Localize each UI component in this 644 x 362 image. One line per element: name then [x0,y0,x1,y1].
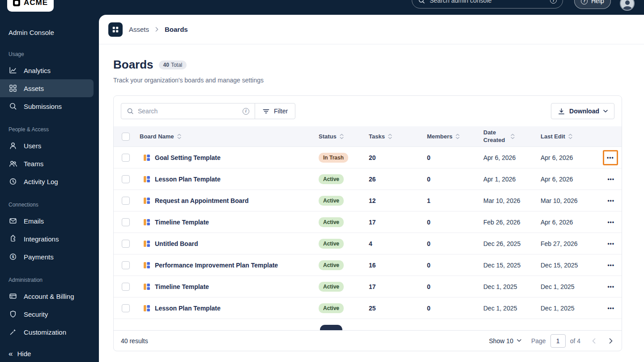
next-page-button[interactable] [607,336,614,345]
partial-table-row [114,319,622,330]
sidebar-item-label: Assets [24,85,44,92]
sort-icon[interactable] [340,134,344,139]
last-edit-date: Apr 6, 2026 [541,176,573,183]
sort-icon[interactable] [568,134,572,139]
sidebar-item-customization[interactable]: Customization [0,323,99,341]
board-icon [143,154,150,161]
previous-page-button[interactable] [590,336,597,345]
row-actions-button[interactable]: ••• [604,151,617,164]
sidebar-item-security[interactable]: Security [0,305,99,323]
row-checkbox[interactable] [122,240,130,248]
sidebar-item-teams[interactable]: Teams [0,155,99,172]
row-actions-button[interactable]: ••• [605,216,617,228]
date-created: Apr 6, 2026 [483,154,516,161]
sidebar-item-label: Security [24,310,48,318]
sort-icon[interactable] [388,134,392,139]
admin-search-input[interactable] [430,0,546,4]
sidebar-item-emails[interactable]: Emails [0,212,99,230]
acme-logo-text: ACME [24,0,48,7]
row-actions-button[interactable]: ••• [605,302,617,315]
search-info-icon[interactable]: ? [550,0,557,4]
sidebar-item-activity-log[interactable]: Activity Log [0,172,99,190]
status-badge: In Trash [319,153,348,163]
admin-search[interactable]: ? [412,0,563,9]
date-created: Mar 10, 2026 [483,197,520,204]
board-name-link[interactable]: Timeline Template [155,219,209,226]
row-checkbox[interactable] [122,261,130,269]
board-icon [143,219,150,226]
board-name-link[interactable]: Timeline Template [155,283,209,290]
total-count-badge: 40Total [159,60,187,69]
sort-icon[interactable] [177,134,181,139]
row-actions-button[interactable]: ••• [605,280,617,293]
user-avatar[interactable] [620,0,635,11]
shield-icon [9,310,17,318]
table-search-input[interactable] [138,108,239,115]
help-label: Help [591,0,604,4]
sidebar-item-submissions[interactable]: Submissions [0,97,99,115]
board-name-link[interactable]: Performance Improvement Plan Template [155,262,278,269]
download-button[interactable]: Download [551,103,614,119]
sort-icon[interactable] [511,134,515,139]
table-body: Goal Setting Template In Trash 20 0 Apr … [114,147,622,319]
search-info-icon[interactable]: i [243,108,249,115]
breadcrumb-assets-link[interactable]: Assets [129,26,149,33]
row-checkbox[interactable] [122,154,130,162]
date-created: Dec 1, 2025 [483,305,517,312]
last-edit-date: Feb 27, 2026 [541,240,578,247]
table-search[interactable]: i [121,103,255,119]
board-name-link[interactable]: Untitled Board [155,240,198,247]
sort-icon[interactable] [456,134,460,139]
sidebar-item-analytics[interactable]: Analytics [0,61,99,79]
search-icon [418,0,425,4]
row-checkbox[interactable] [122,218,130,226]
column-header: Date Created [483,129,508,144]
row-actions-button[interactable]: ••• [605,194,617,207]
column-header: Last Edit [541,133,565,140]
table-row: Goal Setting Template In Trash 20 0 Apr … [114,147,622,168]
acme-logo[interactable]: ACME [7,0,54,12]
board-name-link[interactable]: Lesson Plan Template [155,305,221,312]
row-checkbox[interactable] [122,283,130,291]
table-row: Lesson Plan Template Active 25 0 Dec 1, … [114,297,622,319]
wand-icon [9,328,17,336]
row-actions-button[interactable]: ••• [605,259,617,272]
row-actions-button[interactable]: ••• [605,173,617,185]
members-count: 0 [427,305,431,312]
status-badge: Active [319,217,344,227]
filter-button[interactable]: Filter [255,103,295,119]
page-title: Boards [113,58,154,72]
select-all-checkbox[interactable] [122,133,130,141]
row-checkbox[interactable] [122,175,130,183]
members-count: 0 [427,176,431,183]
sidebar-item-payments[interactable]: $ Payments [0,248,99,266]
main-panel: Assets Boards Boards 40Total Track your … [99,15,644,362]
last-edit-date: Apr 6, 2026 [541,219,573,226]
filter-icon [262,108,270,115]
board-name-link[interactable]: Goal Setting Template [155,154,221,161]
sidebar-collapse-button[interactable]: « Hide [9,350,31,358]
sidebar-item-integrations[interactable]: Integrations [0,230,99,248]
sidebar-item-account-billing[interactable]: Account & Billing [0,287,99,305]
chevron-down-icon [603,110,608,113]
section-label-people: People & Access [9,126,99,133]
row-actions-button[interactable]: ••• [605,237,617,250]
board-name-link[interactable]: Lesson Plan Template [155,176,221,183]
sidebar-item-label: Users [24,142,41,150]
sidebar-item-users[interactable]: Users [0,137,99,155]
tasks-count: 17 [369,219,376,226]
sidebar-item-assets[interactable]: Assets [0,79,94,97]
chart-line-icon [9,66,17,74]
sidebar-item-label: Submissions [24,103,62,110]
puzzle-icon [9,235,17,243]
page-size-select[interactable]: Show 10 [489,337,521,345]
clock-icon [9,177,17,185]
credit-card-icon [9,292,17,300]
row-checkbox[interactable] [122,304,130,312]
status-badge: Active [319,239,344,249]
help-button[interactable]: ? Help [574,0,611,9]
row-checkbox[interactable] [122,197,130,205]
board-name-link[interactable]: Request an Appointment Board [155,197,249,204]
tasks-count: 12 [369,197,376,204]
page-number-input[interactable] [550,334,566,348]
